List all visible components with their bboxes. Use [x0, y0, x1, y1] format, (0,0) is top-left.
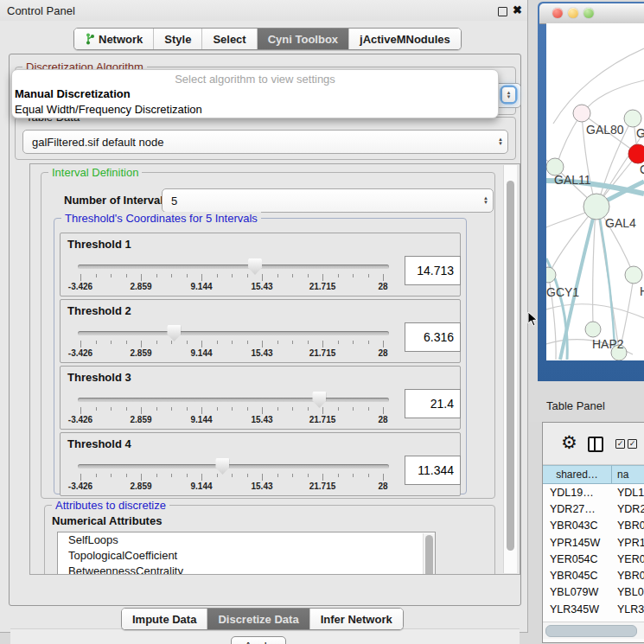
attributes-group-title: Attributes to discretize — [52, 499, 169, 512]
cell-shared-name[interactable]: YBR043C — [543, 520, 612, 532]
cell-name[interactable]: YBR0 — [612, 570, 644, 582]
tab-style[interactable]: Style — [154, 29, 202, 49]
tick-mark — [111, 274, 112, 277]
checkbox-icon[interactable]: ✓ — [628, 439, 637, 449]
node-gal80[interactable] — [573, 105, 590, 122]
table-row[interactable]: YBL079WYBL0 — [543, 584, 644, 601]
node-top-right[interactable] — [624, 110, 641, 127]
tab-impute-data[interactable]: Impute Data — [122, 609, 207, 629]
dropdown-option-manual-discretization[interactable]: Manual Discretization — [12, 86, 498, 102]
attribute-list-item[interactable]: BetweennessCentrality — [58, 564, 435, 575]
screenshot-root: Control Panel ✖ NetworkStyleSelectCyni T… — [0, 0, 644, 644]
float-window-icon[interactable] — [498, 7, 507, 16]
threshold-slider-thumb[interactable] — [312, 392, 326, 408]
attribute-list-item[interactable]: SelfLoops — [58, 532, 435, 548]
threshold-label: Threshold 2 — [67, 304, 131, 317]
combo-stepper-icon[interactable]: ▲▼ — [479, 196, 493, 205]
attributes-list-scrollbar[interactable] — [423, 533, 435, 575]
node-his[interactable] — [625, 266, 642, 284]
settings-vertical-scrollbar[interactable] — [503, 165, 517, 573]
apply-button[interactable]: Apply — [231, 636, 286, 644]
cell-shared-name[interactable]: YPR145W — [543, 537, 612, 549]
cell-name[interactable]: YDL1 — [612, 487, 644, 499]
table-row[interactable]: YER054CYER0 — [543, 551, 644, 567]
cell-name[interactable]: YPR1 — [612, 537, 644, 549]
dropdown-placeholder-item[interactable]: Select algorithm to view settings — [12, 70, 498, 86]
columns-icon[interactable] — [588, 437, 603, 452]
zoom-traffic-light-icon[interactable] — [583, 8, 594, 18]
threshold-slider-track[interactable] — [78, 464, 389, 469]
table-row[interactable]: YBR045CYBR0 — [543, 567, 644, 583]
minimize-traffic-light-icon[interactable] — [568, 8, 578, 18]
checkbox-icon[interactable]: ✓ — [615, 439, 625, 449]
table-panel-title: Table Panel — [546, 399, 605, 412]
tick-mark — [383, 474, 384, 481]
tick-mark — [353, 407, 354, 411]
table-row[interactable]: YLR345WYLR3 — [543, 601, 644, 617]
table-row[interactable]: YDR27…YDR2 — [543, 501, 644, 517]
tab-select[interactable]: Select — [202, 29, 257, 49]
attribute-list-item[interactable]: TopologicalCoefficient — [58, 548, 435, 564]
slider-ticks — [80, 407, 386, 415]
node-selected-red[interactable] — [628, 144, 644, 163]
numerical-attributes-list[interactable]: SelfLoopsTopologicalCoefficientBetweenne… — [57, 532, 436, 575]
tab-discretize-data[interactable]: Discretize Data — [207, 609, 309, 629]
tick-mark — [126, 474, 127, 477]
cell-shared-name[interactable]: YDR27… — [543, 503, 612, 515]
cell-name[interactable]: YLR3 — [612, 603, 644, 615]
tick-mark — [292, 274, 293, 277]
tab-cyni-toolbox[interactable]: Cyni Toolbox — [258, 29, 349, 49]
cell-shared-name[interactable]: YBR045C — [543, 570, 612, 582]
tab-network[interactable]: Network — [74, 29, 154, 49]
network-canvas[interactable]: GAL80 GA GAL11 C GAL4 GCY1 H HAP2 — [546, 23, 644, 360]
node-attribute-table[interactable]: shared… na YDL19…YDL1YDR27…YDR2YBR043CYB… — [543, 465, 644, 622]
tab-infer-network[interactable]: Infer Network — [310, 609, 403, 629]
tick-mark — [247, 407, 248, 411]
threshold-slider-track[interactable] — [78, 398, 389, 402]
network-nodes[interactable] — [546, 105, 644, 360]
gear-icon[interactable]: ⚙ — [561, 433, 577, 451]
cell-shared-name[interactable]: YER054C — [543, 553, 612, 565]
combo-stepper-icon[interactable]: ▲▼ — [502, 87, 515, 102]
threshold-slider-thumb[interactable] — [215, 458, 229, 475]
threshold-value-field[interactable]: 14.713 — [405, 256, 461, 285]
tick-mark — [247, 474, 248, 477]
combo-stepper-icon[interactable]: ▲▼ — [494, 137, 507, 146]
scrollbar-thumb[interactable] — [425, 535, 433, 575]
tick-mark — [201, 274, 202, 281]
cell-name[interactable]: YBL0 — [612, 586, 644, 598]
table-data-combobox[interactable]: galFiltered.sif default node ▲▼ — [22, 130, 508, 154]
threshold-slider-thumb[interactable] — [248, 258, 262, 275]
threshold-value-field[interactable]: 11.344 — [405, 456, 461, 485]
node-hap2[interactable] — [585, 322, 601, 337]
table-toolbar: ⚙ ✓ ✓ — [543, 423, 644, 465]
cell-name[interactable]: YDR2 — [612, 503, 644, 515]
threshold-slider-thumb[interactable] — [167, 325, 181, 341]
column-header-shared-name[interactable]: shared… — [543, 465, 612, 484]
table-row[interactable]: YBR043CYBR0 — [543, 518, 644, 534]
cell-shared-name[interactable]: YDL19… — [543, 487, 612, 499]
close-traffic-light-icon[interactable] — [552, 8, 563, 18]
tick-label: 21.715 — [309, 415, 336, 424]
number-of-intervals-combobox[interactable]: 5 ▲▼ — [162, 188, 494, 213]
table-horizontal-scrollbar[interactable] — [543, 622, 644, 639]
table-row[interactable]: YPR145WYPR1 — [543, 534, 644, 551]
table-row[interactable]: YDL19…YDL1 — [543, 484, 644, 501]
tick-mark — [232, 474, 233, 477]
threshold-value-field[interactable]: 6.316 — [405, 322, 461, 352]
scrollbar-thumb[interactable] — [545, 625, 637, 637]
cell-shared-name[interactable]: YLR345W — [543, 603, 612, 615]
tab-jactivemnodules[interactable]: jActiveMNodules — [349, 29, 461, 49]
cell-name[interactable]: YER0 — [612, 553, 644, 565]
tick-mark — [187, 407, 188, 411]
dropdown-option-equal-width-frequency[interactable]: Equal Width/Frequency Discretization — [12, 102, 498, 118]
cell-shared-name[interactable]: YBL079W — [543, 586, 612, 598]
column-header-name[interactable]: na — [612, 465, 644, 484]
scrollbar-thumb[interactable] — [507, 181, 514, 551]
close-panel-icon[interactable]: ✖ — [513, 3, 522, 16]
cell-name[interactable]: YBR0 — [612, 520, 644, 532]
threshold-slider-track[interactable] — [78, 265, 389, 269]
threshold-value-field[interactable]: 21.4 — [405, 389, 461, 418]
threshold-row-1: Threshold 1-3.4262.8599.14415.4321.71528… — [60, 233, 461, 296]
threshold-slider-track[interactable] — [78, 331, 389, 335]
